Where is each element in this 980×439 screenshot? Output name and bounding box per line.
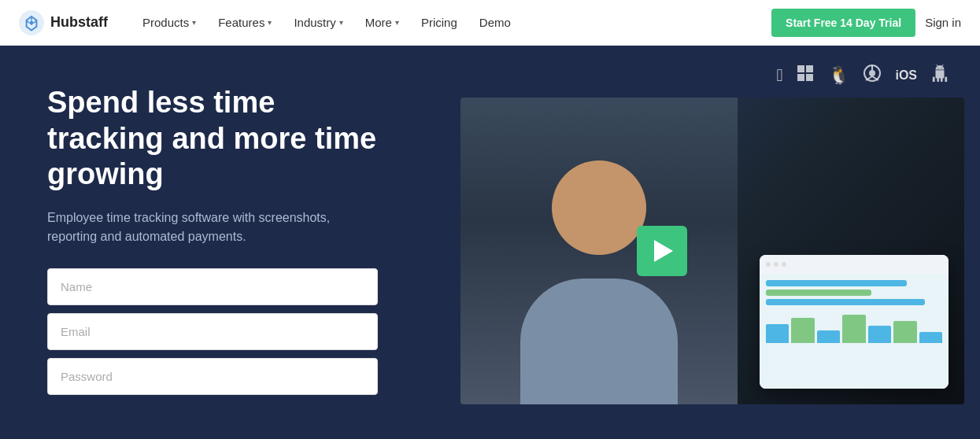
mockup-bar-1 [766, 280, 907, 286]
mockup-bar-3 [766, 299, 925, 305]
svg-rect-4 [806, 74, 813, 81]
windows-icon [797, 65, 814, 87]
logo[interactable]: Hubstaff [19, 10, 108, 35]
nav-more[interactable]: More ▾ [356, 9, 409, 35]
nav-pricing[interactable]: Pricing [412, 9, 467, 35]
hero-right:  🐧 iOS [409, 46, 980, 439]
chevron-down-icon: ▾ [268, 18, 272, 27]
hero-subtitle: Employee time tracking software with scr… [47, 208, 378, 246]
mockup-content [760, 274, 949, 389]
play-button[interactable] [637, 226, 687, 276]
mockup-chart [766, 312, 942, 343]
screen-mockup [760, 255, 949, 389]
nav-products[interactable]: Products ▾ [133, 9, 205, 35]
nav-demo[interactable]: Demo [470, 9, 520, 35]
mockup-header [760, 255, 949, 274]
chevron-down-icon: ▾ [339, 18, 343, 27]
nav-links: Products ▾ Features ▾ Industry ▾ More ▾ … [133, 9, 771, 35]
name-input[interactable] [47, 268, 378, 305]
mockup-bar-2 [766, 290, 871, 296]
person-face [552, 160, 646, 255]
linux-icon: 🐧 [828, 65, 849, 86]
hero-title: Spend less time tracking and more time g… [47, 85, 378, 193]
dot-2 [774, 262, 778, 267]
chevron-down-icon: ▾ [192, 18, 196, 27]
svg-rect-2 [806, 65, 813, 72]
video-background [460, 98, 964, 404]
video-person [460, 98, 738, 404]
ios-label: iOS [895, 68, 917, 83]
svg-rect-1 [797, 65, 804, 72]
svg-point-6 [869, 70, 875, 76]
email-input[interactable] [47, 313, 378, 350]
chevron-down-icon: ▾ [395, 18, 399, 27]
nav-features[interactable]: Features ▾ [209, 9, 281, 35]
logo-text: Hubstaff [50, 14, 108, 31]
nav-industry[interactable]: Industry ▾ [284, 9, 352, 35]
navbar: Hubstaff Products ▾ Features ▾ Industry … [0, 0, 980, 46]
dot-1 [766, 262, 771, 267]
signin-link[interactable]: Sign in [925, 16, 961, 29]
hubstaff-logo-icon [19, 10, 44, 35]
nav-right: Start Free 14 Day Trial Sign in [771, 9, 961, 37]
chrome-icon [864, 65, 881, 87]
android-icon [931, 65, 949, 87]
apple-icon:  [776, 65, 782, 86]
start-trial-button[interactable]: Start Free 14 Day Trial [771, 9, 915, 37]
hero-section: Spend less time tracking and more time g… [0, 46, 980, 439]
platform-icons:  🐧 iOS [409, 53, 980, 98]
hero-video[interactable] [460, 98, 964, 404]
hero-left: Spend less time tracking and more time g… [0, 46, 409, 439]
password-input[interactable] [47, 358, 378, 395]
dot-3 [782, 262, 786, 267]
hero-form [47, 268, 378, 395]
svg-rect-3 [797, 74, 804, 81]
play-icon [654, 240, 673, 262]
person-body [520, 279, 678, 404]
